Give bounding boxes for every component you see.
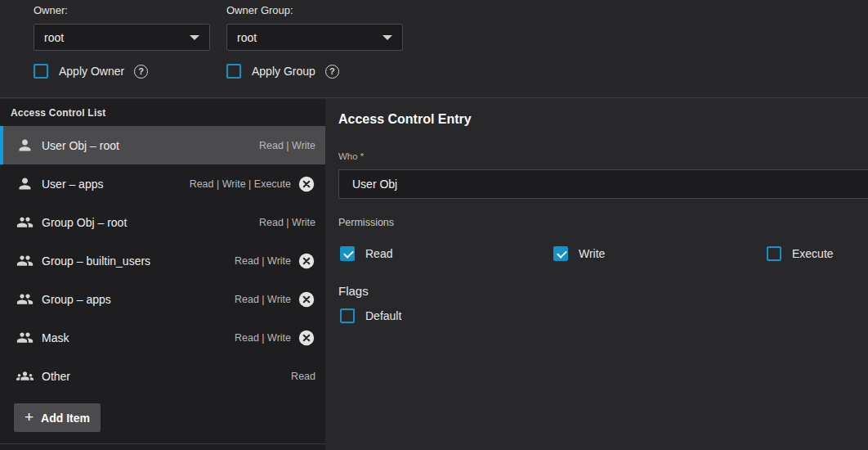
groups-icon <box>16 367 34 385</box>
group-icon <box>16 290 34 308</box>
owner-group-column: Owner Group: root Apply Group ? <box>226 0 403 79</box>
acl-list-item[interactable]: Group Obj – root Read | Write <box>0 203 325 241</box>
acl-panel: Access Control List User Obj – root Read… <box>0 99 325 450</box>
apply-owner-label: Apply Owner <box>59 65 124 78</box>
add-item-button[interactable]: + Add Item <box>14 403 101 432</box>
item-label: Group – builtin_users <box>42 254 150 268</box>
item-permissions: Read | Write <box>259 140 315 151</box>
owner-select[interactable]: root <box>34 24 210 51</box>
apply-owner-row: Apply Owner ? <box>34 64 210 79</box>
write-checkbox[interactable] <box>553 246 568 261</box>
acl-list-item[interactable]: Mask Read | Write <box>0 318 325 357</box>
who-label: Who * <box>338 151 364 161</box>
item-label: User Obj – root <box>42 139 119 152</box>
owner-group-select[interactable]: root <box>226 24 403 51</box>
permission-item: Write <box>553 246 767 261</box>
read-checkbox[interactable] <box>340 246 355 261</box>
who-input[interactable] <box>338 169 868 199</box>
item-label: Group – apps <box>42 293 111 306</box>
user-icon <box>16 175 34 192</box>
group-icon <box>16 252 34 269</box>
owner-select-value: root <box>44 31 190 44</box>
chevron-down-icon <box>383 35 392 40</box>
acl-list-item[interactable]: User Obj – root Read | Write <box>0 126 325 164</box>
acl-list-item[interactable]: Other Read <box>0 357 325 395</box>
execute-checkbox[interactable] <box>767 246 781 261</box>
item-permissions: Read | Write <box>235 332 291 344</box>
item-label: User – apps <box>42 178 103 191</box>
flags-label: Flags <box>338 284 369 298</box>
execute-checkbox-label: Execute <box>792 247 834 260</box>
apply-group-checkbox[interactable] <box>226 64 241 79</box>
acl-list-item[interactable]: Group – apps Read | Write <box>0 280 325 318</box>
help-icon[interactable]: ? <box>325 65 339 79</box>
group-icon <box>16 329 34 346</box>
owner-column: Owner: root Apply Owner ? <box>34 0 210 79</box>
apply-group-row: Apply Group ? <box>226 64 403 79</box>
remove-icon[interactable] <box>298 290 315 308</box>
default-checkbox-label: Default <box>365 309 401 322</box>
ace-title: Access Control Entry <box>338 112 472 127</box>
flags-row: Default <box>340 308 553 323</box>
apply-owner-checkbox[interactable] <box>34 64 48 79</box>
remove-icon[interactable] <box>298 329 315 347</box>
item-label: Other <box>42 370 70 383</box>
item-permissions: Read | Write <box>235 294 291 305</box>
item-permissions: Read | Write | Execute <box>190 178 291 190</box>
read-checkbox-label: Read <box>365 247 392 260</box>
owner-group-select-value: root <box>237 31 383 44</box>
chevron-down-icon <box>190 35 199 40</box>
acl-list: User Obj – root Read | Write User – apps… <box>0 126 325 395</box>
flag-item: Default <box>340 308 553 323</box>
item-label: Mask <box>42 331 69 344</box>
permissions-row: ReadWriteExecute <box>340 246 868 261</box>
remove-icon[interactable] <box>298 252 315 270</box>
owner-group-label: Owner Group: <box>226 4 403 16</box>
permission-item: Read <box>340 246 553 261</box>
add-item-label: Add Item <box>41 412 90 425</box>
apply-group-label: Apply Group <box>252 65 315 78</box>
remove-icon[interactable] <box>298 175 315 193</box>
owner-section: Owner: root Apply Owner ? Owner Group: r… <box>0 0 868 98</box>
group-icon <box>16 214 34 231</box>
ace-panel: Access Control Entry Who * Permissions R… <box>325 99 868 450</box>
acl-editor-screen: Owner: root Apply Owner ? Owner Group: r… <box>0 0 868 450</box>
acl-list-item[interactable]: Group – builtin_users Read | Write <box>0 241 325 280</box>
help-icon[interactable]: ? <box>134 65 148 79</box>
acl-panel-title: Access Control List <box>0 99 325 126</box>
default-checkbox[interactable] <box>340 308 355 323</box>
user-icon <box>16 137 34 154</box>
item-permissions: Read | Write <box>235 255 291 267</box>
permissions-label: Permissions <box>338 217 394 228</box>
write-checkbox-label: Write <box>579 247 605 260</box>
item-permissions: Read | Write <box>259 217 315 228</box>
owner-label: Owner: <box>34 4 210 16</box>
permission-item: Execute <box>767 246 868 261</box>
item-permissions: Read <box>291 371 315 382</box>
plus-icon: + <box>25 409 34 425</box>
item-label: Group Obj – root <box>42 216 127 229</box>
acl-list-item[interactable]: User – apps Read | Write | Execute <box>0 164 325 203</box>
